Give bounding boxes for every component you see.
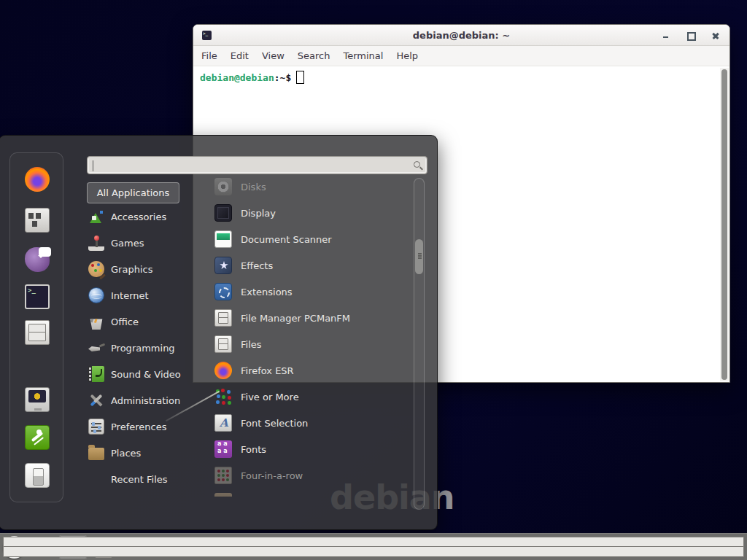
administration-icon bbox=[88, 392, 104, 408]
games-icon bbox=[88, 235, 104, 251]
app-effects[interactable]: Effects bbox=[206, 252, 411, 279]
category-programming[interactable]: Programming bbox=[88, 335, 198, 361]
shell-prompt-symbol: :~$ bbox=[274, 72, 291, 83]
menu-file[interactable]: File bbox=[195, 47, 224, 64]
files-icon bbox=[214, 335, 232, 353]
app-gdebi-package-installer[interactable]: GDebi Package Installer bbox=[206, 489, 411, 497]
all-applications-button[interactable]: All Applications bbox=[87, 182, 179, 203]
category-sound-video[interactable]: Sound & Video bbox=[88, 361, 198, 387]
terminal-icon[interactable] bbox=[25, 284, 50, 309]
firefox-icon bbox=[214, 362, 232, 379]
fonts-icon bbox=[214, 440, 232, 458]
app-extensions[interactable]: Extensions bbox=[206, 279, 411, 305]
app-disks[interactable]: Disks bbox=[206, 178, 411, 200]
graphics-icon bbox=[88, 261, 104, 277]
menu-edit[interactable]: Edit bbox=[224, 47, 255, 64]
menu-scrollbar-thumb[interactable] bbox=[415, 239, 423, 274]
five-or-more-icon bbox=[214, 388, 232, 405]
file-manager-icon[interactable] bbox=[25, 320, 50, 345]
preferences-icon bbox=[88, 419, 104, 435]
shutdown-icon[interactable] bbox=[25, 463, 50, 488]
app-font-selection[interactable]: Font Selection bbox=[206, 410, 411, 436]
terminal-titlebar[interactable]: debian@debian: ~ bbox=[193, 25, 729, 46]
effects-icon bbox=[214, 257, 232, 274]
package-manager-icon[interactable] bbox=[25, 208, 50, 233]
terminal-scrollbar-thumb[interactable] bbox=[721, 69, 727, 380]
disks-icon bbox=[214, 178, 232, 195]
logout-icon[interactable] bbox=[25, 425, 50, 450]
menu-search-box[interactable] bbox=[87, 156, 427, 174]
file-manager-icon bbox=[214, 309, 232, 327]
terminal-title: debian@debian: ~ bbox=[193, 30, 729, 41]
display-icon bbox=[214, 204, 232, 222]
category-office[interactable]: Office bbox=[88, 308, 198, 335]
category-preferences[interactable]: Preferences bbox=[88, 413, 198, 440]
app-display[interactable]: Display bbox=[206, 200, 411, 226]
lock-screen-icon[interactable] bbox=[25, 387, 50, 412]
firefox-icon[interactable] bbox=[25, 167, 50, 192]
application-list: Disks Display Document Scanner Effects E… bbox=[206, 178, 411, 497]
close-button[interactable] bbox=[711, 31, 719, 39]
category-internet[interactable]: Internet bbox=[88, 282, 198, 308]
menu-terminal[interactable]: Terminal bbox=[336, 47, 390, 64]
programming-icon bbox=[88, 340, 104, 356]
extensions-icon bbox=[214, 283, 232, 300]
terminal-scrollbar[interactable] bbox=[720, 68, 729, 381]
minimize-button[interactable] bbox=[662, 31, 670, 39]
menu-search[interactable]: Search bbox=[291, 47, 337, 64]
app-fonts[interactable]: Fonts bbox=[206, 436, 411, 462]
applications-menu: All Applications Accessories Games Graph… bbox=[0, 135, 438, 530]
office-icon bbox=[88, 314, 104, 330]
category-administration[interactable]: Administration bbox=[88, 387, 198, 413]
terminal-app-icon bbox=[202, 31, 212, 40]
category-recent-files[interactable]: Recent Files bbox=[88, 466, 198, 492]
places-icon bbox=[88, 448, 104, 460]
file-cabinet-icon bbox=[95, 537, 112, 558]
internet-icon bbox=[88, 287, 104, 303]
category-accessories[interactable]: Accessories bbox=[88, 203, 198, 230]
menu-scrollbar[interactable] bbox=[414, 178, 425, 510]
app-files[interactable]: Files bbox=[206, 331, 411, 357]
terminal-menubar: File Edit View Search Terminal Help bbox=[193, 46, 729, 66]
app-file-manager-pcmanfm[interactable]: File Manager PCManFM bbox=[206, 305, 411, 331]
file-cabinet-launcher[interactable] bbox=[90, 535, 117, 559]
menu-help[interactable]: Help bbox=[390, 47, 425, 64]
maximize-button[interactable] bbox=[686, 31, 694, 39]
terminal-cursor bbox=[296, 71, 304, 84]
taskbar: 01:06 bbox=[0, 533, 747, 560]
app-five-or-more[interactable]: Five or More bbox=[206, 384, 411, 410]
pidgin-icon[interactable] bbox=[25, 247, 50, 272]
document-scanner-icon bbox=[214, 230, 232, 248]
app-four-in-a-row[interactable]: Four-in-a-row bbox=[206, 462, 411, 489]
font-selection-icon bbox=[214, 414, 232, 432]
shell-prompt-user: debian@debian bbox=[200, 72, 274, 83]
category-games[interactable]: Games bbox=[88, 230, 198, 256]
category-places[interactable]: Places bbox=[88, 440, 198, 466]
app-document-scanner[interactable]: Document Scanner bbox=[206, 226, 411, 252]
category-graphics[interactable]: Graphics bbox=[88, 256, 198, 282]
four-in-a-row-icon bbox=[214, 467, 232, 484]
search-input[interactable] bbox=[92, 158, 406, 172]
menu-view[interactable]: View bbox=[255, 47, 291, 64]
gdebi-icon bbox=[214, 493, 232, 497]
accessories-icon bbox=[88, 209, 104, 225]
app-firefox-esr[interactable]: Firefox ESR bbox=[206, 357, 411, 384]
sound-video-icon bbox=[88, 366, 104, 382]
search-icon bbox=[414, 161, 420, 168]
